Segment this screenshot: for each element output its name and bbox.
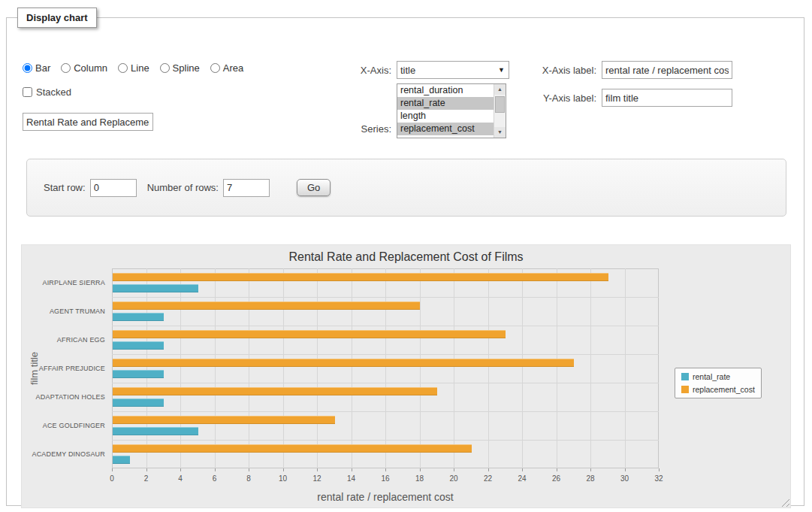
scroll-down-icon[interactable]: ▼ — [494, 127, 506, 138]
chart-type-radio-group: BarColumnLineSplineArea — [23, 62, 243, 74]
series-option-rental_rate[interactable]: rental_rate — [397, 97, 494, 110]
x-axis-label-field-label: X-Axis label: — [518, 65, 602, 76]
category-label: ACADEMY DINOSAUR — [22, 450, 105, 458]
bar-replacement_cost[interactable] — [113, 416, 335, 424]
chart-x-axis-title: rental rate / replacement cost — [317, 491, 453, 503]
x-tick-label: 10 — [279, 474, 287, 483]
series-option-length[interactable]: length — [397, 110, 494, 123]
gridline — [522, 268, 523, 468]
x-tick-mark — [557, 468, 557, 471]
x-tick-mark — [283, 468, 284, 471]
chart-type-option-column[interactable]: Column — [61, 62, 107, 74]
x-tick-mark — [352, 468, 352, 471]
bar-rental_rate[interactable] — [113, 341, 164, 350]
series-option-rental_duration[interactable]: rental_duration — [397, 84, 494, 97]
chart-type-radio-line[interactable] — [118, 63, 128, 73]
bar-rental_rate[interactable] — [113, 398, 164, 407]
chart-type-radio-bar[interactable] — [23, 63, 32, 73]
series-option-list: rental_durationrental_ratelengthreplacem… — [397, 84, 494, 138]
x-axis-label-input[interactable] — [602, 61, 732, 79]
bar-replacement_cost[interactable] — [113, 444, 472, 453]
x-tick-mark — [522, 468, 523, 471]
gridline — [215, 268, 216, 468]
band-gridline — [112, 383, 659, 383]
bar-replacement_cost[interactable] — [113, 301, 420, 310]
gridline — [625, 268, 626, 468]
x-tick-mark — [249, 468, 249, 471]
series-option-replacement_cost[interactable]: replacement_cost — [397, 123, 494, 135]
listbox-scrollbar[interactable]: ▲ ▼ — [494, 84, 506, 138]
stacked-checkbox[interactable] — [23, 87, 32, 97]
x-tick-label: 6 — [213, 474, 217, 483]
bar-replacement_cost[interactable] — [113, 330, 506, 338]
legend-label: replacement_cost — [693, 385, 755, 394]
chart-panel: Rental Rate and Replacement Cost of Film… — [21, 244, 791, 508]
stacked-checkbox-row[interactable]: Stacked — [23, 86, 71, 98]
gridline — [146, 268, 147, 468]
fieldset-title: Display chart — [17, 8, 97, 28]
bar-rental_rate[interactable] — [113, 313, 164, 321]
category-label: AFRICAN EGG — [22, 336, 105, 344]
display-chart-fieldset: Display chart BarColumnLineSplineArea St… — [6, 8, 804, 506]
x-axis-selected-value: title — [400, 65, 415, 76]
chart-type-radio-area[interactable] — [210, 63, 220, 73]
chart-type-option-label: Spline — [173, 62, 200, 74]
band-gridline — [112, 440, 659, 441]
x-tick-label: 4 — [178, 474, 183, 483]
band-gridline — [112, 354, 659, 355]
x-tick-label: 0 — [110, 474, 114, 483]
bar-rental_rate[interactable] — [113, 456, 130, 464]
gridline — [557, 268, 557, 468]
x-tick-label: 32 — [654, 474, 663, 483]
x-tick-mark — [454, 468, 454, 471]
chart-type-option-label: Column — [74, 62, 107, 74]
chart-type-radio-column[interactable] — [61, 63, 71, 73]
legend-item-replacement_cost[interactable]: replacement_cost — [681, 385, 755, 394]
chart-type-radio-spline[interactable] — [160, 63, 170, 73]
x-tick-mark — [215, 468, 216, 471]
chart-type-option-label: Bar — [35, 62, 50, 74]
x-tick-label: 26 — [552, 474, 560, 483]
start-row-label: Start row: — [44, 182, 86, 193]
gridline — [385, 268, 386, 468]
num-rows-label: Number of rows: — [147, 182, 219, 193]
scrollbar-track[interactable] — [494, 95, 506, 127]
bar-replacement_cost[interactable] — [113, 359, 574, 367]
chart-type-option-spline[interactable]: Spline — [160, 62, 200, 74]
row-range-panel: Start row: Number of rows: Go — [26, 159, 786, 217]
scroll-up-icon[interactable]: ▲ — [494, 84, 506, 95]
num-rows-input[interactable] — [223, 179, 270, 197]
gridline — [590, 268, 591, 468]
series-listbox[interactable]: rental_durationrental_ratelengthreplacem… — [397, 83, 506, 138]
x-tick-label: 18 — [415, 474, 424, 483]
y-axis-label-input[interactable] — [602, 89, 732, 107]
x-tick-label: 12 — [312, 474, 321, 483]
scrollbar-thumb[interactable] — [495, 96, 505, 113]
x-tick-mark — [659, 468, 660, 471]
gridline — [352, 268, 352, 468]
gridline — [283, 268, 284, 468]
legend-item-rental_rate[interactable]: rental_rate — [681, 372, 755, 381]
band-gridline — [112, 411, 659, 412]
x-axis-label: X-Axis: — [303, 65, 397, 76]
x-axis-select[interactable]: title ▼ — [397, 61, 509, 79]
bar-rental_rate[interactable] — [113, 284, 198, 292]
bar-rental_rate[interactable] — [113, 370, 164, 378]
chart-type-option-area[interactable]: Area — [210, 62, 243, 74]
x-tick-label: 30 — [620, 474, 629, 483]
x-tick-label: 14 — [347, 474, 355, 483]
go-button[interactable]: Go — [297, 179, 331, 196]
chart-title-input[interactable] — [23, 113, 153, 131]
bar-replacement_cost[interactable] — [113, 387, 437, 395]
chart-type-option-line[interactable]: Line — [118, 62, 149, 74]
chart-type-option-bar[interactable]: Bar — [23, 62, 50, 74]
start-row-input[interactable] — [90, 179, 137, 197]
bar-rental_rate[interactable] — [113, 427, 198, 435]
bar-replacement_cost[interactable] — [113, 273, 608, 281]
y-axis-label-field-label: Y-Axis label: — [518, 92, 602, 104]
x-tick-mark — [385, 468, 386, 471]
legend-swatch-replacement_cost — [681, 386, 689, 393]
x-axis-label-row: X-Axis label: — [518, 61, 732, 79]
chart-legend[interactable]: rental_ratereplacement_cost — [675, 368, 762, 398]
resize-handle[interactable] — [780, 497, 789, 507]
